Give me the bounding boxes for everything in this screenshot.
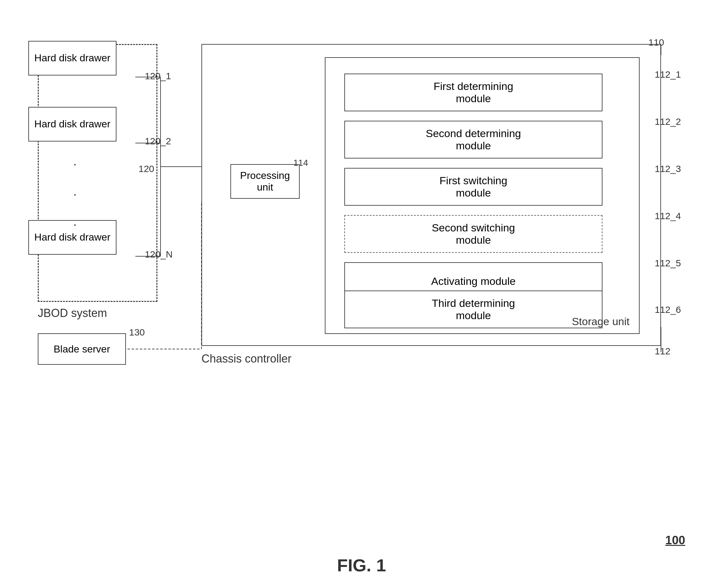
- ref-112-3: 112_3: [655, 164, 681, 174]
- first-switching-module: First switchingmodule: [344, 168, 602, 206]
- ref-120: 120: [139, 164, 154, 174]
- ref-130: 130: [129, 327, 145, 338]
- third-determining-module: Third determiningmodule: [344, 291, 602, 328]
- storage-unit-label: Storage unit: [572, 315, 629, 328]
- third-determining-module-label: Third determiningmodule: [432, 297, 515, 322]
- ref-112-5: 112_5: [655, 258, 681, 269]
- ref-120-1: 120_1: [145, 71, 171, 81]
- chassis-box: Processing unit 114 First determiningmod…: [201, 44, 661, 346]
- hdd-drawer-2-label: Hard disk drawer: [34, 118, 111, 131]
- second-determining-module-label: Second determiningmodule: [426, 127, 521, 152]
- hdd-drawer-1: Hard disk drawer: [28, 41, 117, 76]
- ref-112-6: 112_6: [655, 304, 681, 315]
- chassis-label: Chassis controller: [201, 352, 292, 365]
- dots-indicator: . . .: [68, 154, 82, 230]
- ref-120-n: 120_N: [145, 249, 173, 260]
- blade-server-box: Blade server: [38, 333, 126, 365]
- jbod-label: JBOD system: [38, 307, 107, 320]
- ref-100: 100: [665, 533, 685, 547]
- activating-module-label: Activating module: [431, 275, 516, 288]
- blade-server-label: Blade server: [54, 343, 110, 355]
- second-determining-module: Second determiningmodule: [344, 121, 602, 159]
- first-determining-module-label: First determiningmodule: [434, 80, 513, 105]
- processing-unit-label: Processing unit: [231, 170, 299, 193]
- ref-114: 114: [293, 158, 308, 168]
- diagram-container: Hard disk drawer Hard disk drawer Hard d…: [19, 25, 705, 528]
- first-determining-module: First determiningmodule: [344, 74, 602, 111]
- storage-unit-box: First determiningmodule Second determini…: [325, 57, 640, 334]
- second-switching-module: Second switchingmodule: [344, 215, 602, 253]
- ref-112-2: 112_2: [655, 116, 681, 127]
- processing-unit-box: Processing unit: [230, 164, 300, 199]
- second-switching-module-label: Second switchingmodule: [432, 222, 515, 246]
- figure-label: FIG. 1: [337, 555, 386, 575]
- ref-112: 112: [655, 346, 670, 357]
- hdd-drawer-2: Hard disk drawer: [28, 107, 117, 142]
- ref-112-4: 112_4: [655, 211, 681, 222]
- hdd-drawer-1-label: Hard disk drawer: [34, 51, 111, 65]
- hdd-drawer-3-label: Hard disk drawer: [34, 231, 111, 244]
- ref-112-1: 112_1: [655, 69, 681, 80]
- ref-120-2: 120_2: [145, 136, 171, 147]
- first-switching-module-label: First switchingmodule: [439, 174, 507, 199]
- ref-110: 110: [648, 37, 664, 48]
